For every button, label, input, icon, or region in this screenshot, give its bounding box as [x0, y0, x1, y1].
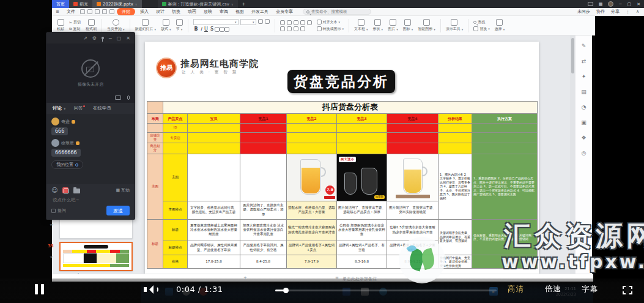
my-position-button[interactable]: 我的位置 [51, 160, 83, 169]
pause-button[interactable] [35, 284, 44, 294]
share-icon[interactable]: ↗ [83, 36, 87, 41]
interact-button[interactable]: ▦互动 [116, 187, 130, 193]
format-painter-button[interactable]: 格式刷 [86, 19, 97, 32]
bold-button[interactable]: B [194, 26, 198, 32]
copy-button[interactable]: ⧉复制 [69, 26, 81, 32]
tab-ppt-document[interactable]: 2022拆课.pptx∨ [92, 0, 142, 8]
redo-icon[interactable] [109, 9, 114, 14]
volume-button[interactable] [144, 285, 157, 294]
save-icon[interactable] [80, 9, 85, 14]
chevron-down-icon[interactable]: ∨ [231, 2, 234, 6]
font-color-icon[interactable] [215, 27, 220, 32]
superscript-icon[interactable] [220, 27, 224, 32]
menu-review[interactable]: 审阅 [216, 9, 232, 15]
shape-button[interactable]: 形状▾ [373, 19, 383, 32]
tab-docer[interactable]: 稻壳 [69, 0, 92, 8]
account-avatar[interactable] [608, 1, 613, 7]
justify-icon[interactable] [300, 26, 305, 31]
close-icon[interactable]: ✕ [126, 36, 130, 41]
tab-csv-document[interactable]: 案例：打造爆款-搜索关键词.csv∨ [158, 0, 238, 8]
more-icon[interactable]: ⋮ [626, 9, 630, 14]
progress-handle[interactable] [283, 288, 289, 293]
properties-icon[interactable]: ✎ [582, 43, 587, 49]
share-button[interactable]: 分享 [611, 9, 620, 15]
hamburger-icon[interactable]: ≡ [52, 9, 63, 14]
layers-icon[interactable]: ▤ [581, 89, 587, 95]
tab-qa[interactable]: 问答 [74, 105, 85, 111]
speed-button[interactable]: 倍速 [545, 284, 561, 294]
resource-icon[interactable]: ▣ [581, 119, 587, 125]
paste-button[interactable]: 粘贴 [57, 19, 64, 32]
microphone-icon[interactable] [127, 95, 130, 100]
tab-online-students[interactable]: 在线学员 [93, 105, 111, 111]
underline-button[interactable]: U [204, 26, 208, 32]
decrease-font-icon[interactable] [265, 19, 270, 24]
chat-input[interactable] [51, 196, 130, 203]
maximize-icon[interactable]: ▢ [627, 2, 632, 7]
file-upload-icon[interactable] [73, 189, 80, 193]
search-input[interactable] [311, 9, 368, 14]
menu-view[interactable]: 视图 [232, 9, 248, 15]
align-left-icon[interactable] [280, 26, 285, 31]
smart-art-button[interactable]: 智能图形▾ [418, 19, 435, 32]
minimize-icon[interactable]: ─ [619, 2, 621, 7]
align-text-button[interactable]: 对齐文本▾ [317, 20, 344, 25]
progress-bar[interactable] [275, 290, 497, 291]
image-upload-icon[interactable] [62, 187, 68, 193]
emoji-icon[interactable]: ☺ [51, 187, 57, 193]
tab-discussion[interactable]: 讨论 ∨ [53, 105, 66, 111]
send-button[interactable]: 发送 [106, 206, 130, 215]
close-icon[interactable]: ✕ [637, 2, 640, 7]
gear-icon[interactable]: ⚙ [92, 36, 97, 41]
menu-design[interactable]: 设计 [152, 9, 168, 15]
minimize-icon[interactable]: ─ [109, 36, 112, 41]
ask-checkbox[interactable] [51, 209, 56, 213]
camera-icon[interactable] [115, 95, 121, 100]
print-icon[interactable] [87, 9, 92, 14]
quality-button[interactable]: 高清 [508, 284, 524, 294]
icon-library-button[interactable]: 图标▾ [403, 19, 413, 32]
menu-start[interactable]: 开始 [117, 8, 135, 15]
effects-icon[interactable]: ✦ [582, 73, 587, 80]
tab-home[interactable]: 首页 [52, 0, 69, 8]
align-right-icon[interactable] [294, 26, 298, 31]
play-from-page-button[interactable]: 当页开始▾ [107, 19, 125, 32]
menu-member[interactable]: 会员专享 [272, 9, 297, 15]
menu-transition[interactable]: 切换 [168, 9, 184, 15]
undo-icon[interactable] [102, 9, 107, 14]
history-icon[interactable]: ◔ [582, 104, 587, 110]
align-center-icon[interactable] [287, 26, 292, 31]
highlight-icon[interactable] [224, 27, 229, 32]
cut-button[interactable]: ✂剪切 [69, 20, 81, 25]
menu-devtools[interactable]: 开发工具 [248, 9, 272, 15]
menu-slideshow[interactable]: 放映 [200, 9, 216, 15]
help-icon[interactable]: ◎ [582, 150, 587, 156]
font-family-select[interactable]: ▾ [193, 19, 239, 25]
menu-insert[interactable]: 插入 [136, 9, 152, 15]
text-box-button[interactable]: 文本框▾ [354, 19, 368, 32]
template-icon[interactable]: ❖ [581, 135, 586, 141]
strikethrough-button[interactable]: S [210, 26, 213, 32]
bullet-list-icon[interactable] [280, 20, 285, 25]
font-size-select[interactable]: ▾ [240, 19, 256, 25]
pin-icon[interactable] [102, 37, 104, 39]
export-icon[interactable] [95, 9, 100, 14]
picture-button[interactable]: 图片▾ [388, 19, 398, 32]
fullscreen-button[interactable] [623, 286, 632, 294]
numbered-list-icon[interactable] [287, 20, 292, 25]
to-diagram-button[interactable]: 转换成图示▾ [317, 26, 344, 32]
slide-thumbnail-selected[interactable] [59, 242, 133, 271]
section-button[interactable]: 节▾ [176, 19, 183, 32]
scrollbar-thumb[interactable] [571, 38, 574, 73]
outdent-icon[interactable] [294, 20, 298, 25]
present-tools-button[interactable]: 演示工具▾ [446, 19, 464, 32]
chevron-down-icon[interactable]: ∨ [135, 2, 138, 6]
replace-button[interactable]: 替换▾ [473, 26, 490, 32]
animation-pane-icon[interactable]: ⇄ [582, 58, 587, 64]
indent-icon[interactable] [300, 20, 305, 25]
command-search[interactable] [303, 9, 371, 15]
italic-button[interactable]: I [201, 26, 202, 32]
menu-file[interactable]: 文件 [63, 9, 79, 15]
layout-button[interactable]: 版式▾ [161, 19, 171, 32]
find-button[interactable]: 查找 [473, 20, 490, 25]
